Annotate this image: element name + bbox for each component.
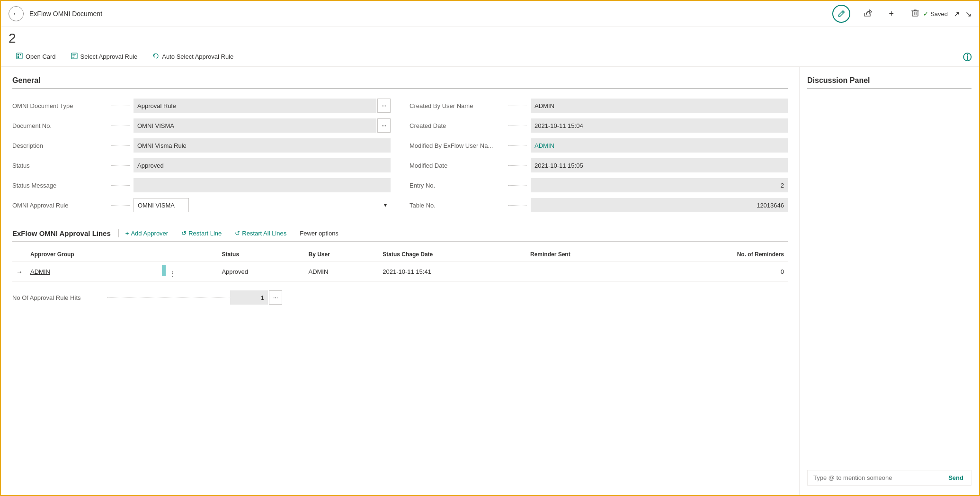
expand-button[interactable]: ↗ — [953, 9, 960, 18]
col-by-user: By User — [304, 247, 379, 262]
select-approval-rule-icon — [71, 53, 78, 61]
row-dots-button[interactable]: ⋮ — [167, 269, 178, 279]
share-button[interactable] — [860, 7, 876, 21]
dotted-separator — [111, 205, 130, 206]
field-created-by: Created By User Name — [410, 99, 788, 113]
label-entry-no: Entry No. — [410, 182, 504, 189]
dotted-separator — [508, 205, 527, 206]
form-area: General OMNI Document Type ··· — [1, 67, 799, 495]
label-modified-by: Modified By ExFlow User Na... — [410, 142, 504, 149]
general-form-grid: OMNI Document Type ··· Document No. — [12, 99, 788, 218]
approver-group-link[interactable]: ADMIN — [30, 268, 50, 275]
svg-rect-1 — [17, 53, 22, 59]
general-heading: General — [12, 76, 788, 89]
form-column-right: Created By User Name Created Date — [410, 99, 788, 218]
field-modified-date-value — [531, 158, 788, 172]
svg-rect-3 — [20, 54, 21, 55]
status-message-input[interactable] — [134, 178, 391, 192]
share-icon — [864, 9, 872, 17]
modified-date-input[interactable] — [531, 158, 788, 172]
bottom-row: No Of Approval Rule Hits ··· — [12, 286, 788, 307]
dotted-separator — [111, 185, 130, 186]
col-approver-group: Approver Group — [27, 247, 158, 262]
dotted-separator — [508, 145, 527, 146]
row-arrow: → — [12, 262, 27, 282]
restart-all-lines-button[interactable]: ↺ Restart All Lines — [228, 230, 293, 237]
checkmark-icon: ✓ — [923, 10, 928, 18]
field-entry-no-value — [531, 178, 788, 192]
dotted-separator — [111, 106, 130, 106]
no-of-approval-rule-hits-input[interactable] — [230, 290, 268, 305]
omni-document-type-dots-button[interactable]: ··· — [377, 99, 391, 113]
field-status-message-value — [134, 178, 391, 192]
omni-document-type-input[interactable] — [134, 99, 376, 113]
info-icon[interactable]: ⓘ — [963, 52, 971, 63]
header-right: ✓ Saved ↗ ↘ — [923, 9, 971, 18]
table-no-input[interactable] — [531, 198, 788, 212]
tab-auto-select-approval-rule[interactable]: Auto Select Approval Rule — [145, 48, 241, 66]
restart-line-button[interactable]: ↺ Restart Line — [175, 230, 228, 237]
delete-button[interactable] — [907, 7, 923, 21]
field-status: Status — [12, 158, 391, 172]
entry-no-input[interactable] — [531, 178, 788, 192]
omni-approval-rule-select[interactable]: OMNI VISMA — [134, 198, 189, 212]
label-table-no: Table No. — [410, 202, 504, 209]
saved-status: ✓ Saved — [923, 10, 948, 18]
label-omni-approval-rule: OMNI Approval Rule — [12, 202, 107, 209]
svg-rect-4 — [18, 56, 19, 58]
send-button[interactable]: Send — [946, 474, 965, 481]
back-button[interactable]: ← — [9, 6, 24, 21]
field-modified-date: Modified Date — [410, 158, 788, 172]
col-status-marker — [158, 247, 218, 262]
row-status: Approved — [218, 262, 304, 282]
field-omni-approval-rule: OMNI Approval Rule OMNI VISMA — [12, 198, 391, 212]
label-status: Status — [12, 162, 107, 169]
col-status: Status — [218, 247, 304, 262]
col-no-of-reminders: No. of Reminders — [648, 247, 788, 262]
col-status-change-date: Status Chage Date — [379, 247, 526, 262]
fewer-options-button[interactable]: Fewer options — [293, 230, 345, 237]
modified-by-input[interactable] — [531, 138, 788, 153]
field-document-no: Document No. ··· — [12, 118, 391, 133]
status-color-indicator — [162, 265, 166, 276]
document-no-input[interactable] — [134, 118, 376, 133]
dotted-separator — [508, 165, 527, 166]
field-created-date-value — [531, 118, 788, 133]
label-document-no: Document No. — [12, 122, 107, 129]
trash-icon — [911, 9, 919, 17]
created-by-input[interactable] — [531, 99, 788, 113]
svg-rect-0 — [912, 11, 918, 16]
dotted-separator — [111, 126, 130, 126]
col-reminder-sent: Reminder Sent — [526, 247, 648, 262]
add-approver-button[interactable]: + Add Approver — [119, 230, 175, 237]
field-table-no-value — [531, 198, 788, 212]
status-input[interactable] — [134, 158, 391, 172]
approval-table: Approver Group Status By User Status Cha… — [12, 247, 788, 282]
field-modified-by-value — [531, 138, 788, 153]
add-button[interactable]: + — [885, 7, 898, 21]
field-omni-document-type: OMNI Document Type ··· — [12, 99, 391, 113]
restart-line-icon: ↺ — [181, 230, 187, 237]
label-created-by: Created By User Name — [410, 102, 504, 109]
tab-open-card[interactable]: Open Card — [9, 48, 63, 66]
approval-lines-section: ExFlow OMNI Approval Lines + Add Approve… — [12, 229, 788, 307]
mention-input[interactable] — [813, 474, 946, 481]
created-date-input[interactable] — [531, 118, 788, 133]
field-entry-no: Entry No. — [410, 178, 788, 192]
header: ← ExFlow OMNI Document + — [1, 1, 979, 27]
discussion-input-area: Send — [807, 470, 971, 486]
edit-button[interactable] — [832, 5, 850, 23]
tabs-bar: Open Card Select Approval Rule Auto Sele… — [1, 48, 979, 67]
dotted-separator — [111, 145, 130, 146]
dotted-separator — [508, 126, 527, 126]
col-arrow — [12, 247, 27, 262]
description-input[interactable] — [134, 138, 391, 153]
document-no-dots-button[interactable]: ··· — [377, 118, 391, 133]
auto-select-icon — [152, 53, 159, 61]
no-of-approval-rule-hits-dots-button[interactable]: ··· — [269, 290, 282, 305]
field-status-message: Status Message — [12, 178, 391, 192]
tab-select-approval-rule[interactable]: Select Approval Rule — [63, 48, 145, 66]
discussion-panel: Discussion Panel Send — [799, 67, 979, 495]
field-description: Description — [12, 138, 391, 153]
minimize-button[interactable]: ↘ — [965, 9, 971, 18]
